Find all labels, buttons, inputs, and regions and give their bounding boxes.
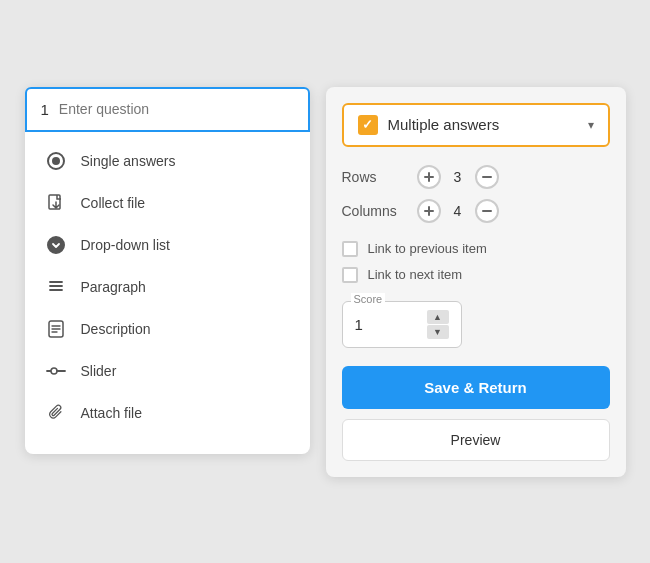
menu-item-paragraph[interactable]: Paragraph [25,266,310,308]
score-value: 1 [355,316,363,333]
menu-item-label: Attach file [81,405,142,421]
link-next-row: Link to next item [342,267,610,283]
score-down-button[interactable]: ▼ [427,325,449,339]
svg-point-12 [51,368,57,374]
question-input[interactable] [59,101,294,117]
collect-file-icon [45,192,67,214]
menu-item-description[interactable]: Description [25,308,310,350]
score-up-button[interactable]: ▲ [427,310,449,324]
description-icon [45,318,67,340]
svg-point-1 [52,157,60,165]
question-number: 1 [41,101,49,118]
dropdown-icon [45,234,67,256]
slider-icon [45,360,67,382]
score-spinners: ▲ ▼ [427,310,449,339]
score-label: Score [351,293,386,305]
menu-item-label: Paragraph [81,279,146,295]
radio-icon [45,150,67,172]
columns-value: 4 [451,203,465,219]
menu-item-label: Drop-down list [81,237,170,253]
svg-point-3 [48,237,64,253]
paragraph-icon [45,276,67,298]
rows-decrement-button[interactable] [475,165,499,189]
right-panel: Multiple answers ▾ Rows 3 Columns [326,87,626,477]
menu-item-collect-file[interactable]: Collect file [25,182,310,224]
link-next-label: Link to next item [368,267,463,282]
columns-decrement-button[interactable] [475,199,499,223]
checkbox-section: Link to previous item Link to next item [342,241,610,283]
dropdown-label: Multiple answers [388,116,588,133]
score-section: Score 1 ▲ ▼ [342,301,610,348]
score-field: Score 1 ▲ ▼ [342,301,462,348]
preview-button[interactable]: Preview [342,419,610,461]
rows-label: Rows [342,169,407,185]
save-return-button[interactable]: Save & Return [342,366,610,409]
columns-increment-button[interactable] [417,199,441,223]
columns-counter: Columns 4 [342,199,610,223]
link-next-checkbox[interactable] [342,267,358,283]
rows-value: 3 [451,169,465,185]
menu-list: Single answers Collect file [25,132,310,442]
menu-item-label: Description [81,321,151,337]
menu-item-slider[interactable]: Slider [25,350,310,392]
menu-item-label: Slider [81,363,117,379]
attach-icon [45,402,67,424]
menu-item-label: Collect file [81,195,146,211]
columns-label: Columns [342,203,407,219]
left-panel: 1 Single answers [25,87,310,454]
type-dropdown[interactable]: Multiple answers ▾ [342,103,610,147]
link-prev-row: Link to previous item [342,241,610,257]
rows-increment-button[interactable] [417,165,441,189]
link-prev-label: Link to previous item [368,241,487,256]
chevron-down-icon: ▾ [588,118,594,132]
question-input-row: 1 [25,87,310,132]
main-container: 1 Single answers [5,67,646,497]
link-prev-checkbox[interactable] [342,241,358,257]
menu-item-label: Single answers [81,153,176,169]
dropdown-checkbox-icon [358,115,378,135]
menu-item-single-answers[interactable]: Single answers [25,140,310,182]
menu-item-attach-file[interactable]: Attach file [25,392,310,434]
menu-item-dropdown-list[interactable]: Drop-down list [25,224,310,266]
rows-counter: Rows 3 [342,165,610,189]
